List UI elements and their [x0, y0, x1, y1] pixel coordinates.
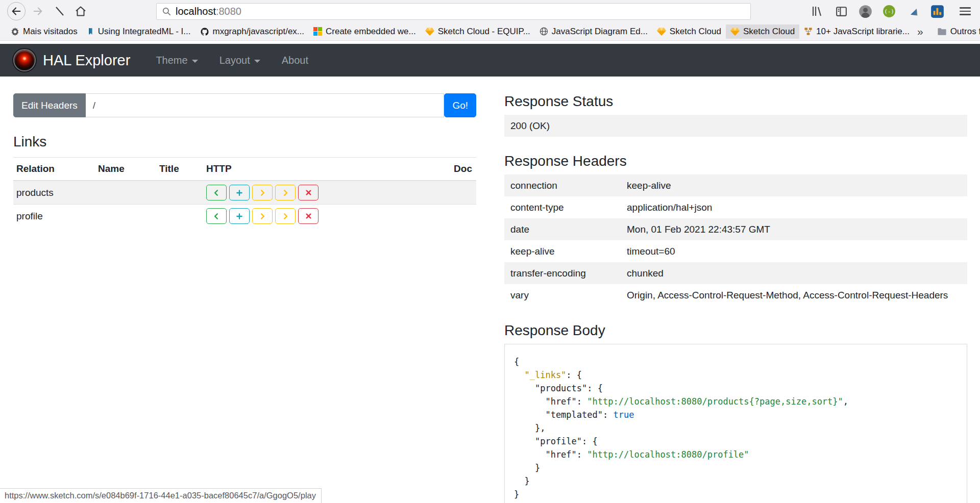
header-name: transfer-encoding [504, 262, 621, 284]
menu-icon[interactable] [960, 7, 971, 15]
http-put-button[interactable] [252, 208, 273, 224]
code-line: "_links": { [514, 368, 958, 382]
links-table: Relation Name Title HTTP Doc products [13, 157, 476, 228]
header-value: Origin, Access-Control-Request-Method, A… [621, 284, 967, 306]
folder-icon [937, 27, 947, 36]
bookmark-label: Sketch Cloud [743, 27, 795, 37]
header-name: vary [504, 284, 621, 306]
code-line: } [514, 461, 958, 474]
response-status-heading: Response Status [504, 93, 967, 110]
sketch-diamond-icon [657, 28, 666, 36]
header-value: application/hal+json [621, 196, 967, 218]
bookmarks-right-group: » Outros favoritos [914, 24, 980, 39]
edit-headers-button[interactable]: Edit Headers [13, 93, 86, 117]
bookmark-label: mxgraph/javascript/ex... [213, 27, 305, 37]
doc-cell [440, 205, 476, 228]
doc-cell [440, 181, 476, 205]
bookmarks-overflow-chevron[interactable]: » [914, 26, 925, 38]
bookmark-sketch-cloud-2[interactable]: Sketch Cloud [726, 24, 799, 39]
http-get-button[interactable] [206, 208, 227, 224]
chart-extension-icon[interactable] [929, 4, 945, 19]
http-button-group [206, 208, 436, 224]
bookmark-using-integratedml[interactable]: Using IntegratedML - I... [82, 24, 195, 39]
response-body-box: { "_links": { "products": { "href": "htt… [504, 344, 967, 503]
library-icon[interactable] [810, 4, 825, 19]
home-icon [75, 5, 87, 17]
menu-about[interactable]: About [274, 51, 316, 70]
http-put-button[interactable] [252, 185, 273, 200]
header-value: Mon, 01 Feb 2021 22:43:57 GMT [621, 218, 967, 240]
bookmark-sketch-equip[interactable]: Sketch Cloud - EQUIP... [421, 24, 535, 39]
bookmark-ribbon-icon [87, 27, 94, 36]
chevron-left-icon [213, 213, 220, 220]
json-extension-icon[interactable]: (-) [881, 4, 897, 19]
bookmark-create-embedded[interactable]: Create embedded we... [309, 24, 421, 39]
menu-layout-label: Layout [219, 55, 250, 66]
go-button[interactable]: Go! [444, 93, 476, 117]
bookmark-label: Create embedded we... [326, 27, 416, 37]
header-value: timeout=60 [621, 240, 967, 262]
http-delete-button[interactable] [298, 208, 318, 224]
url-bar[interactable]: localhost:8080 [156, 3, 751, 20]
chevron-right-icon [282, 189, 289, 196]
svg-text:(-): (-) [884, 8, 894, 15]
hal-navbar: HAL Explorer Theme Layout About [0, 44, 980, 77]
other-favorites[interactable]: Outros favoritos [933, 24, 980, 39]
col-title: Title [156, 158, 203, 181]
uri-input[interactable] [86, 93, 445, 117]
menu-theme[interactable]: Theme [148, 51, 206, 70]
sketch-diamond-icon [425, 28, 434, 36]
link-preview-statusbar: https://www.sketch.com/s/e084b69f-1716-4… [0, 488, 322, 503]
diagram-nodes-icon [804, 27, 813, 36]
response-headers-table: connection keep-alive content-type appli… [504, 174, 967, 306]
header-name: connection [504, 174, 621, 196]
menu-layout[interactable]: Layout [211, 51, 268, 70]
sidebar-icon[interactable] [834, 4, 849, 19]
bookmark-mais-visitados[interactable]: Mais visitados [6, 24, 82, 39]
link-row-products: products [13, 181, 476, 205]
response-body-code: { "_links": { "products": { "href": "htt… [514, 355, 958, 501]
back-button[interactable] [7, 2, 26, 20]
http-cell [203, 181, 440, 205]
chevron-right-icon [282, 213, 289, 220]
plus-icon [236, 213, 243, 220]
http-post-button[interactable] [229, 208, 250, 224]
bookmark-mxgraph[interactable]: mxgraph/javascript/ex... [195, 24, 309, 39]
bookmark-label: 10+ JavaScript librarie... [816, 27, 910, 37]
chevron-right-icon [259, 189, 266, 196]
col-name: Name [95, 158, 156, 181]
links-panel: Edit Headers Go! Links Relation Name Tit… [13, 93, 476, 503]
header-row: connection keep-alive [504, 174, 967, 196]
toolbar-actions: (-) [810, 4, 973, 19]
home-button[interactable] [71, 2, 90, 20]
main-content: Edit Headers Go! Links Relation Name Tit… [0, 77, 980, 503]
globe-icon [540, 27, 548, 36]
chevron-right-icon [259, 213, 266, 220]
menu-theme-label: Theme [156, 55, 187, 66]
bookmarks-bar: Mais visitados Using IntegratedML - I...… [0, 22, 980, 41]
response-headers-heading: Response Headers [504, 153, 967, 169]
header-value: chunked [621, 262, 967, 284]
github-icon [200, 27, 209, 36]
bookmark-js-diagram[interactable]: JavaScript Diagram Ed... [535, 24, 652, 39]
response-panel: Response Status 200 (OK) Response Header… [504, 93, 967, 503]
forward-button[interactable] [29, 2, 47, 20]
title-cell [156, 181, 203, 205]
header-row: content-type application/hal+json [504, 196, 967, 218]
response-body-heading: Response Body [504, 322, 967, 339]
x-icon [305, 213, 312, 219]
http-patch-button[interactable] [275, 185, 296, 200]
http-delete-button[interactable] [298, 185, 318, 200]
bookmark-label: JavaScript Diagram Ed... [552, 27, 648, 37]
search-icon [162, 7, 172, 16]
http-post-button[interactable] [229, 185, 250, 200]
hal-9000-logo [13, 49, 36, 71]
http-get-button[interactable] [206, 185, 227, 200]
bookmark-sketch-cloud-1[interactable]: Sketch Cloud [652, 24, 726, 39]
arrow-extension-icon[interactable] [905, 4, 921, 19]
bookmark-label: Using IntegratedML - I... [98, 27, 191, 37]
http-patch-button[interactable] [275, 208, 296, 224]
reload-button[interactable] [50, 2, 68, 20]
account-avatar[interactable] [857, 4, 873, 19]
bookmark-10-js-libraries[interactable]: 10+ JavaScript librarie... [799, 24, 914, 39]
